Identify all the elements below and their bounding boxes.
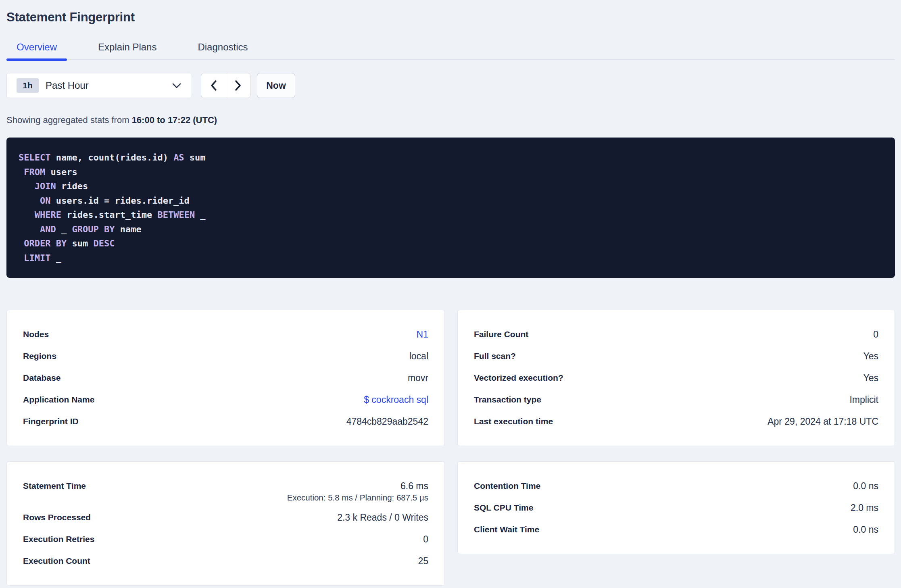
regions-row: Regionslocal: [23, 351, 428, 361]
now-button[interactable]: Now: [257, 73, 295, 98]
rows-processed-value: 2.3 k Reads / 0 Writes: [337, 512, 428, 523]
tab-explain-plans[interactable]: Explain Plans: [88, 42, 167, 59]
sql-cpu-time-value: 2.0 ms: [851, 503, 878, 513]
sql-line: WHERE rides.start_time BETWEEN _: [19, 208, 883, 222]
application-name-value[interactable]: $ cockroach sql: [364, 394, 428, 405]
nodes-label: Nodes: [23, 329, 49, 340]
time-range-dropdown[interactable]: 1h Past Hour: [6, 73, 192, 98]
fingerprint-id-value: 4784cb829aab2542: [346, 416, 428, 427]
tab-overview[interactable]: Overview: [6, 42, 67, 59]
sql-line: AND _ GROUP BY name: [19, 222, 883, 237]
execution-retries-row: Execution Retries0: [23, 534, 428, 544]
overview-details-left-card: NodesN1RegionslocalDatabasemovrApplicati…: [6, 310, 445, 446]
full-scan-label: Full scan?: [474, 351, 516, 361]
client-wait-time-label: Client Wait Time: [474, 524, 539, 535]
time-range-label: Past Hour: [46, 80, 89, 91]
nodes-row: NodesN1: [23, 329, 428, 340]
fingerprint-id-label: Fingerprint ID: [23, 416, 79, 427]
tab-bar: Overview Explain Plans Diagnostics: [6, 42, 895, 60]
nodes-value[interactable]: N1: [417, 329, 428, 340]
failure-count-row: Failure Count0: [474, 329, 878, 340]
fingerprint-id-row: Fingerprint ID4784cb829aab2542: [23, 416, 428, 427]
time-window-arrows: [201, 73, 251, 98]
execution-retries-label: Execution Retries: [23, 534, 94, 544]
execution-stats-right-card: Contention Time0.0 nsSQL CPU Time2.0 msC…: [457, 461, 895, 554]
rows-processed-row: Rows Processed2.3 k Reads / 0 Writes: [23, 512, 428, 523]
contention-time-label: Contention Time: [474, 481, 540, 491]
sql-line: ORDER BY sum DESC: [19, 236, 883, 251]
execution-count-label: Execution Count: [23, 556, 90, 566]
execution-retries-value: 0: [423, 534, 428, 544]
transaction-type-label: Transaction type: [474, 394, 541, 405]
application-name-label: Application Name: [23, 394, 94, 405]
sql-cpu-time-row: SQL CPU Time2.0 ms: [474, 503, 878, 513]
last-execution-time-row: Last execution timeApr 29, 2024 at 17:18…: [474, 416, 878, 427]
sql-line: SELECT name, count(rides.id) AS sum: [19, 150, 883, 165]
sql-line: LIMIT _: [19, 251, 883, 265]
vectorized-execution-row: Vectorized execution?Yes: [474, 373, 878, 383]
page-title: Statement Fingerprint: [6, 10, 895, 24]
summary-cards: NodesN1RegionslocalDatabasemovrApplicati…: [6, 310, 895, 586]
database-label: Database: [23, 373, 60, 383]
database-value: movr: [408, 373, 428, 383]
execution-count-value: 25: [418, 556, 428, 566]
sql-statement-box: SELECT name, count(rides.id) AS sum FROM…: [6, 138, 895, 278]
tab-diagnostics[interactable]: Diagnostics: [188, 42, 258, 59]
sql-line: FROM users: [19, 165, 883, 179]
aggregated-stats-line: Showing aggregated stats from 16:00 to 1…: [6, 115, 895, 125]
overview-details-right-card: Failure Count0Full scan?YesVectorized ex…: [457, 310, 895, 446]
time-controls: 1h Past Hour Now: [6, 73, 895, 98]
contention-time-value: 0.0 ns: [853, 481, 878, 491]
last-execution-time-value: Apr 29, 2024 at 17:18 UTC: [768, 416, 878, 427]
chevron-down-icon: [172, 83, 181, 88]
aggregated-stats-prefix: Showing aggregated stats from: [6, 115, 132, 125]
client-wait-time-value: 0.0 ns: [853, 524, 878, 535]
execution-stats-left-card: Statement Time6.6 msExecution: 5.8 ms / …: [6, 461, 445, 586]
sql-cpu-time-label: SQL CPU Time: [474, 503, 533, 513]
chevron-right-icon: [235, 80, 242, 91]
contention-time-row: Contention Time0.0 ns: [474, 481, 878, 491]
sql-line: JOIN rides: [19, 179, 883, 194]
aggregated-stats-range: 16:00 to 17:22 (UTC): [132, 115, 217, 125]
client-wait-time-row: Client Wait Time0.0 ns: [474, 524, 878, 535]
statement-time-value: 6.6 ms: [287, 481, 428, 491]
last-execution-time-label: Last execution time: [474, 416, 553, 427]
vectorized-execution-value: Yes: [863, 373, 878, 383]
failure-count-value: 0: [873, 329, 878, 340]
transaction-type-value: Implicit: [849, 394, 878, 405]
database-row: Databasemovr: [23, 373, 428, 383]
transaction-type-row: Transaction typeImplicit: [474, 394, 878, 405]
next-time-window-button[interactable]: [226, 73, 251, 98]
sql-line: ON users.id = rides.rider_id: [19, 194, 883, 208]
statement-time-row: Statement Time6.6 msExecution: 5.8 ms / …: [23, 481, 428, 503]
regions-value: local: [409, 351, 428, 361]
previous-time-window-button[interactable]: [201, 73, 226, 98]
vectorized-execution-label: Vectorized execution?: [474, 373, 563, 383]
page: Statement Fingerprint Overview Explain P…: [0, 10, 901, 586]
full-scan-row: Full scan?Yes: [474, 351, 878, 361]
chevron-left-icon: [210, 80, 217, 91]
statement-time-label: Statement Time: [23, 481, 86, 491]
full-scan-value: Yes: [863, 351, 878, 361]
statement-time-subvalue: Execution: 5.8 ms / Planning: 687.5 µs: [287, 492, 428, 503]
rows-processed-label: Rows Processed: [23, 512, 91, 523]
application-name-row: Application Name$ cockroach sql: [23, 394, 428, 405]
execution-count-row: Execution Count25: [23, 556, 428, 566]
regions-label: Regions: [23, 351, 56, 361]
failure-count-label: Failure Count: [474, 329, 528, 340]
time-range-badge: 1h: [17, 78, 39, 93]
